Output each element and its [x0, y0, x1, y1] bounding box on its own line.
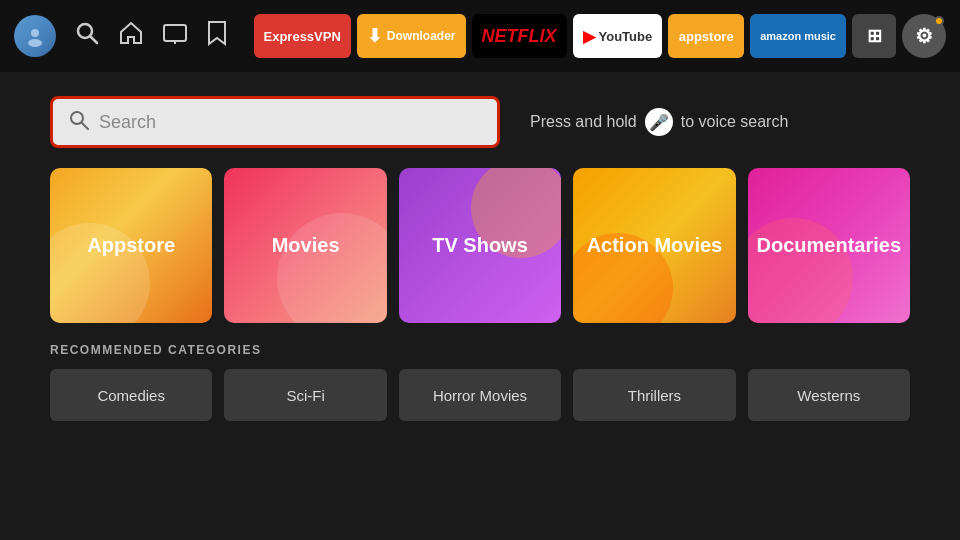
- tile-action-movies[interactable]: Action Movies: [573, 168, 735, 323]
- search-bar[interactable]: Search: [50, 96, 500, 148]
- category-sci-fi[interactable]: Sci-Fi: [224, 369, 386, 421]
- grid-button[interactable]: ⊞: [852, 14, 896, 58]
- svg-line-3: [90, 36, 97, 43]
- search-bar-icon: [69, 110, 89, 135]
- user-avatar[interactable]: [14, 15, 56, 57]
- category-comedies[interactable]: Comedies: [50, 369, 212, 421]
- expressvpn-label: ExpressVPN: [264, 29, 341, 44]
- categories-grid: Comedies Sci-Fi Horror Movies Thrillers …: [50, 369, 910, 421]
- youtube-icon: ▶: [583, 27, 595, 46]
- recommended-section: Recommended Categories Comedies Sci-Fi H…: [0, 343, 960, 421]
- category-horror-movies[interactable]: Horror Movies: [399, 369, 561, 421]
- category-westerns[interactable]: Westerns: [748, 369, 910, 421]
- top-nav: ExpressVPN ⬇ Downloader NETFLIX ▶ YouTub…: [0, 0, 960, 72]
- downloader-button[interactable]: ⬇ Downloader: [357, 14, 466, 58]
- netflix-button[interactable]: NETFLIX: [472, 14, 567, 58]
- svg-line-8: [82, 123, 88, 129]
- tv-nav-icon[interactable]: [162, 20, 188, 52]
- search-section: Search Press and hold 🎤 to voice search: [0, 72, 960, 168]
- search-placeholder: Search: [99, 112, 156, 133]
- youtube-button[interactable]: ▶ YouTube: [573, 14, 663, 58]
- youtube-label: YouTube: [599, 29, 653, 44]
- nav-left: [14, 15, 228, 57]
- category-thrillers-label: Thrillers: [628, 387, 681, 404]
- recommended-title: Recommended Categories: [50, 343, 910, 357]
- svg-rect-4: [164, 25, 186, 41]
- settings-notification-dot: [934, 16, 944, 26]
- category-thrillers[interactable]: Thrillers: [573, 369, 735, 421]
- tile-documentaries[interactable]: Documentaries: [748, 168, 910, 323]
- grid-icon: ⊞: [867, 25, 882, 47]
- downloader-icon: ⬇: [367, 25, 382, 47]
- home-nav-icon[interactable]: [118, 20, 144, 52]
- voice-search-hint: Press and hold 🎤 to voice search: [530, 108, 788, 136]
- category-comedies-label: Comedies: [97, 387, 165, 404]
- tile-movies-label: Movies: [272, 234, 340, 257]
- voice-hint-suffix: to voice search: [681, 113, 789, 131]
- settings-button[interactable]: ⚙: [902, 14, 946, 58]
- category-westerns-label: Westerns: [797, 387, 860, 404]
- search-nav-icon[interactable]: [74, 20, 100, 52]
- tile-appstore-label: Appstore: [87, 234, 175, 257]
- appstore-button[interactable]: appstore: [668, 14, 744, 58]
- tile-appstore[interactable]: Appstore: [50, 168, 212, 323]
- svg-point-1: [28, 39, 42, 47]
- tile-documentaries-label: Documentaries: [757, 234, 902, 257]
- nav-apps: ExpressVPN ⬇ Downloader NETFLIX ▶ YouTub…: [244, 14, 946, 58]
- gear-icon: ⚙: [915, 24, 933, 48]
- microphone-icon: 🎤: [645, 108, 673, 136]
- tile-tvshows[interactable]: TV Shows: [399, 168, 561, 323]
- voice-hint-prefix: Press and hold: [530, 113, 637, 131]
- category-sci-fi-label: Sci-Fi: [286, 387, 324, 404]
- appstore-label: appstore: [679, 29, 734, 44]
- tile-tvshows-label: TV Shows: [432, 234, 528, 257]
- amazon-music-label: amazon music: [760, 30, 836, 42]
- expressvpn-button[interactable]: ExpressVPN: [254, 14, 351, 58]
- svg-point-0: [31, 29, 39, 37]
- bookmark-nav-icon[interactable]: [206, 20, 228, 52]
- netflix-label: NETFLIX: [482, 26, 557, 47]
- category-horror-movies-label: Horror Movies: [433, 387, 527, 404]
- tile-action-movies-label: Action Movies: [587, 234, 723, 257]
- tile-movies[interactable]: Movies: [224, 168, 386, 323]
- amazon-music-button[interactable]: amazon music: [750, 14, 846, 58]
- tiles-grid: Appstore Movies TV Shows Action Movies D…: [50, 168, 910, 323]
- downloader-label: Downloader: [387, 29, 456, 43]
- tiles-section: Appstore Movies TV Shows Action Movies D…: [0, 168, 960, 343]
- svg-point-7: [71, 112, 83, 124]
